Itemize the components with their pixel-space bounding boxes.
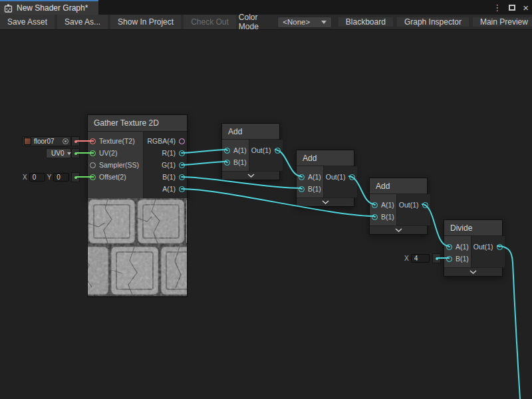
main-preview-button[interactable]: Main Preview (473, 17, 532, 27)
offset-x-label: X (23, 174, 27, 181)
save-asset-button[interactable]: Save Asset (0, 15, 55, 29)
port-label: Sampler(SS) (99, 161, 139, 169)
port-a-input[interactable] (299, 174, 305, 180)
port-label: Out(1) (326, 173, 346, 181)
node-divide[interactable]: Divide A(1) B(1) Out(1) (444, 219, 503, 277)
port-label: B(1) (233, 158, 247, 166)
port-out-output[interactable] (422, 202, 428, 208)
texture-thumbnail (24, 138, 31, 145)
port-texture-input[interactable] (90, 138, 96, 144)
texture-port-stub (71, 136, 80, 146)
gather-texture-preview (87, 198, 188, 297)
node-title[interactable]: Add (297, 150, 354, 166)
node-title[interactable]: Add (370, 178, 427, 194)
port-a-input[interactable] (224, 148, 230, 154)
window-menu-icon[interactable]: ⋮ (493, 3, 501, 12)
port-label: Out(1) (399, 201, 419, 209)
port-b-input[interactable] (299, 186, 305, 192)
port-label: B(1) (456, 255, 469, 263)
chevron-down-icon (321, 21, 327, 24)
chevron-down-icon (247, 174, 255, 178)
node-add-3[interactable]: Add A(1) B(1) Out(1) (369, 178, 428, 235)
chevron-down-icon (469, 270, 477, 274)
port-uv-input[interactable] (90, 150, 96, 156)
offset-y-label: Y (47, 174, 52, 181)
port-label: A(1) (381, 201, 394, 209)
tab-title: New Shader Graph* (17, 3, 88, 13)
port-offset-input[interactable] (90, 174, 96, 180)
uv-port-stub (71, 148, 80, 158)
port-g-output[interactable] (179, 162, 185, 168)
port-label: Out(1) (473, 243, 493, 251)
port-label: B(1) (381, 213, 394, 221)
node-title[interactable]: Gather Texture 2D (88, 115, 187, 132)
show-in-project-button[interactable]: Show In Project (110, 15, 181, 29)
uv-channel-dropdown[interactable]: UV0 (46, 148, 71, 158)
chevron-down-icon (395, 228, 402, 232)
collapse-chevron[interactable] (222, 171, 279, 180)
port-a-input[interactable] (372, 202, 378, 208)
port-out-output[interactable] (275, 148, 281, 154)
port-out-output[interactable] (349, 174, 355, 180)
blackboard-button[interactable]: Blackboard (338, 17, 393, 27)
graph-inspector-button[interactable]: Graph Inspector (397, 17, 469, 27)
port-sampler-input[interactable] (90, 162, 96, 168)
uv-channel-value: UV0 (51, 150, 64, 157)
port-label: RGBA(4) (147, 137, 176, 145)
port-label: A(1) (456, 243, 469, 251)
port-label: Out(1) (251, 146, 271, 154)
collapse-chevron[interactable] (444, 267, 502, 276)
object-picker-icon[interactable] (63, 138, 68, 144)
tab-new-shader-graph[interactable]: New Shader Graph* (0, 0, 98, 15)
node-title[interactable]: Divide (444, 220, 502, 236)
port-r-output[interactable] (179, 150, 185, 156)
port-rgba-output[interactable] (179, 138, 185, 144)
port-a-input[interactable] (446, 244, 452, 250)
offset-port-stub (71, 172, 80, 182)
node-gather-texture-2d[interactable]: Gather Texture 2D Texture(T2) UV(2) Samp… (87, 114, 188, 200)
color-mode-value: <None> (283, 18, 321, 26)
color-mode-dropdown[interactable]: <None> (277, 17, 332, 28)
maximize-icon[interactable] (509, 5, 515, 11)
graph-canvas[interactable] (0, 30, 532, 399)
port-label: B(1) (308, 185, 321, 193)
port-b-input[interactable] (446, 256, 452, 262)
port-label: UV(2) (99, 149, 117, 157)
shader-graph-icon (4, 4, 13, 13)
node-add-1[interactable]: Add A(1) B(1) Out(1) (221, 123, 280, 180)
port-label: A(1) (308, 173, 321, 181)
port-b-input[interactable] (224, 160, 230, 166)
port-label: G(1) (162, 161, 176, 169)
offset-y-input[interactable]: 0 (53, 173, 69, 182)
port-label: Offset(2) (99, 173, 126, 181)
collapse-chevron[interactable] (370, 225, 427, 234)
divide-b-input[interactable]: 4 (411, 254, 430, 263)
offset-x-input[interactable]: 0 (29, 173, 45, 182)
port-label: R(1) (162, 149, 176, 157)
save-as-button[interactable]: Save As... (57, 15, 108, 29)
close-icon[interactable]: × (523, 3, 529, 13)
chevron-down-icon (322, 200, 329, 204)
texture-object-field[interactable]: floor07 (22, 136, 71, 146)
node-add-2[interactable]: Add A(1) B(1) Out(1) (296, 150, 354, 207)
port-b-output[interactable] (179, 174, 185, 180)
port-label: A(1) (162, 185, 176, 193)
port-label: A(1) (233, 146, 247, 154)
check-out-button: Check Out (184, 15, 236, 29)
divide-b-float-field: X 4 (402, 253, 431, 263)
node-title[interactable]: Add (222, 124, 279, 140)
port-out-output[interactable] (497, 244, 503, 250)
port-label: Texture(T2) (99, 137, 135, 145)
offset-vector2-field: X 0 Y 0 (21, 172, 71, 182)
collapse-chevron[interactable] (297, 198, 354, 206)
port-b-input[interactable] (372, 214, 378, 220)
port-a-output[interactable] (179, 186, 185, 192)
divide-b-x-label: X (404, 255, 409, 262)
toolbar: Save Asset Save As... Show In Project Ch… (0, 15, 532, 30)
divide-b-port-stub (432, 253, 441, 263)
port-label: B(1) (162, 173, 176, 181)
texture-object-name: floor07 (34, 138, 55, 145)
color-mode-label: Color Mode (239, 13, 271, 31)
